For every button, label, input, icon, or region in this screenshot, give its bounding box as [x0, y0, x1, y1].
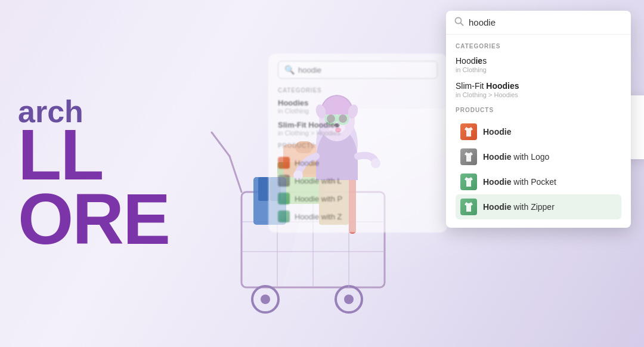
main-search-panel: CATEGORIES Hoodies in Clothing Slim-Fit … [446, 11, 631, 228]
svg-point-4 [261, 295, 270, 304]
bg-product-name-1: Hoodie [295, 159, 319, 168]
bg-products-section: PRODUCTS Hoodie Hoodie with L Hoodie wit… [278, 142, 438, 225]
bg-product-icon-4 [278, 210, 290, 222]
bg-product-icon-3 [278, 193, 290, 205]
bg-product-name-4: Hoodie with Z [295, 212, 342, 221]
bg-category-slim: Slim-Fit Hoodies in Clothing > Hoodies [278, 120, 438, 137]
product-thumb-logo [460, 148, 477, 165]
bg-category-hoodies: Hoodies in Clothing [278, 98, 438, 114]
svg-rect-15 [258, 177, 269, 201]
product-name-logo: Hoodie with Logo [483, 152, 617, 162]
product-thumb-pocket [460, 174, 477, 190]
bg-cat-name-1: Hoodies [278, 98, 438, 107]
svg-line-2 [212, 132, 230, 156]
product-thumb-zipper [460, 199, 477, 215]
bg-cat-name-2: Slim-Fit Hoodies [278, 120, 438, 129]
bg-product-icon-1 [278, 157, 290, 169]
bg-search-icon: 🔍 [284, 65, 295, 75]
bg-product-name-3: Hoodie with P [295, 194, 342, 203]
search-results-body: CATEGORIES Hoodies in Clothing Slim-Fit … [446, 35, 631, 228]
bg-search-panel: 🔍 hoodie CATEGORIES Hoodies in Clothing … [268, 54, 447, 233]
search-input-row[interactable] [446, 11, 631, 35]
bg-search-input-row: 🔍 hoodie [278, 61, 438, 79]
categories-section-label: CATEGORIES [456, 43, 621, 49]
product-name-pocket: Hoodie with Pocket [483, 177, 617, 187]
svg-line-38 [461, 23, 463, 26]
category-hoodies[interactable]: Hoodies in Clothing [456, 55, 621, 73]
category-slim-name: Slim-Fit Hoodies [456, 80, 621, 91]
category-hoodies-name: Hoodies [456, 55, 621, 66]
bg-cat-path-1: in Clothing [278, 107, 438, 114]
bg-product-1: Hoodie [278, 154, 438, 172]
products-section: PRODUCTS Hoodie Hoodie with Logo [456, 107, 621, 219]
category-slim-fit[interactable]: Slim-Fit Hoodies in Clothing > Hoodies [456, 80, 621, 98]
product-name-zipper: Hoodie with Zipper [483, 202, 617, 212]
product-thumb-hoodie [460, 123, 477, 140]
search-icon [454, 17, 464, 28]
product-hoodie[interactable]: Hoodie [456, 119, 621, 144]
bg-product-4: Hoodie with Z [278, 207, 438, 225]
bg-cat-path-2: in Clothing > Hoodies [278, 129, 438, 137]
category-slim-path: in Clothing > Hoodies [456, 91, 621, 98]
product-hoodie-pocket[interactable]: Hoodie with Pocket [456, 169, 621, 194]
bg-categories-label: CATEGORIES [278, 87, 438, 94]
product-name-hoodie: Hoodie [483, 127, 617, 137]
products-section-label: PRODUCTS [456, 107, 621, 113]
product-hoodie-zipper[interactable]: Hoodie with Zipper [456, 194, 621, 219]
bg-product-3: Hoodie with P [278, 190, 438, 207]
category-hoodies-path: in Clothing [456, 66, 621, 73]
svg-line-1 [230, 156, 242, 192]
bg-product-name-2: Hoodie with L [295, 176, 342, 185]
svg-point-6 [344, 295, 354, 304]
bg-product-2: Hoodie with L [278, 172, 438, 190]
product-hoodie-logo[interactable]: Hoodie with Logo [456, 144, 621, 169]
bg-products-label: PRODUCTS [278, 142, 438, 149]
search-input[interactable] [469, 17, 623, 27]
bg-product-icon-2 [278, 175, 290, 187]
bg-search-text: hoodie [298, 66, 321, 75]
